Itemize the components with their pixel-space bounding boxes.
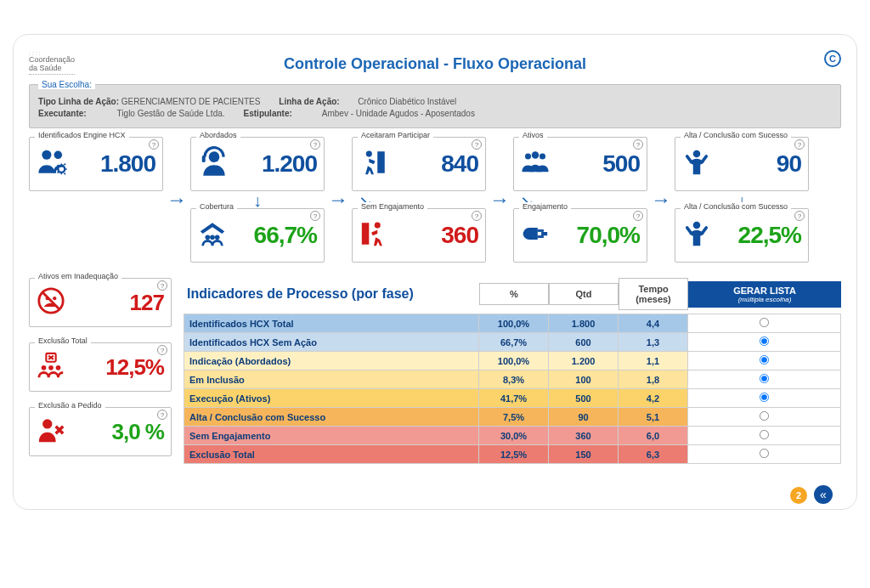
card-exclusao-pedido[interactable]: Exclusão a Pedido ? 3,0 % (29, 407, 172, 456)
page-indicator[interactable]: 2 (790, 487, 807, 504)
svg-point-17 (693, 150, 701, 158)
process-table: Identificados HCX Total 100,0% 1.800 4,4… (184, 314, 841, 464)
linha-label: Linha de Ação: (279, 97, 355, 106)
svg-point-25 (56, 365, 61, 370)
help-icon[interactable]: ? (157, 410, 167, 420)
svg-point-0 (42, 150, 51, 160)
table-row: Exclusão Total 12,5% 150 6,3 (184, 445, 841, 464)
help-icon[interactable]: ? (157, 345, 167, 355)
card-ativos[interactable]: Ativos ? 500 (513, 137, 647, 191)
svg-point-11 (375, 223, 381, 229)
table-row: Alta / Conclusão com Sucesso 7,5% 90 5,1 (184, 408, 841, 427)
arrow-right-icon: → (165, 172, 189, 227)
svg-rect-10 (362, 223, 370, 245)
row-select-radio[interactable] (760, 374, 769, 383)
col-pct: % (479, 283, 549, 305)
svg-point-1 (54, 151, 63, 160)
help-icon[interactable]: ? (149, 139, 159, 150)
plug-icon (521, 219, 550, 252)
ativos-value: 500 (602, 150, 640, 178)
abordados-value: 1.200 (262, 150, 317, 178)
card-abordados[interactable]: Abordados ? 1.200 (190, 137, 325, 191)
headset-icon (198, 146, 230, 182)
brand-logo: :::: Coordenação da Saúde (29, 50, 75, 75)
card-sem-engajamento[interactable]: Sem Engajamento ? 360 (352, 208, 486, 263)
svg-point-7 (215, 235, 220, 240)
row-select-radio[interactable] (760, 430, 769, 439)
filter-panel: Sua Escolha: Tipo Linha de Ação: GERENCI… (29, 80, 841, 128)
gerar-lista-button[interactable]: GERAR LISTA (múltipla escolha) (688, 281, 841, 308)
help-icon[interactable]: ? (472, 211, 482, 221)
card-cobertura[interactable]: Cobertura ? 66,7% (190, 208, 325, 263)
table-row: Em Inclusão 8,3% 100 1,8 (184, 370, 841, 389)
row-select-radio[interactable] (760, 393, 769, 402)
svg-point-20 (46, 297, 49, 300)
help-icon[interactable]: ? (157, 280, 167, 291)
help-icon[interactable]: ? (794, 211, 805, 221)
exclusao-total-value: 12,5% (105, 354, 164, 381)
arrow-right-icon: → (326, 172, 350, 227)
users-gear-icon (37, 146, 69, 182)
help-icon[interactable]: ? (633, 139, 643, 150)
copyright-icon: C (824, 50, 841, 67)
help-icon[interactable]: ? (310, 139, 320, 150)
svg-point-14 (540, 153, 545, 159)
executante-label: Executante: (38, 109, 115, 118)
card-identificados[interactable]: Identificados Engine HCX ? 1.800 (29, 137, 163, 191)
help-icon[interactable]: ? (633, 211, 643, 221)
prev-page-button[interactable]: « (814, 485, 833, 504)
alta-value: 90 (777, 150, 801, 178)
remove-group-icon (37, 351, 65, 383)
row-select-radio[interactable] (760, 411, 769, 421)
group-icon (521, 148, 550, 180)
row-select-radio[interactable] (760, 449, 769, 458)
row-select-radio[interactable] (760, 336, 769, 346)
card-aceitaram[interactable]: Aceitaram Participar ? 840 (352, 137, 486, 191)
svg-point-3 (209, 151, 220, 162)
card-inadequacao[interactable]: Ativos em Inadequação ? 127 (29, 278, 172, 327)
help-icon[interactable]: ? (472, 139, 482, 150)
help-icon[interactable]: ? (310, 211, 320, 221)
svg-point-13 (532, 151, 540, 159)
process-table-wrap: Indicadores de Processo (por fase) % Qtd… (184, 278, 841, 464)
executante-value: Tiglo Gestão de Saúde Ltda. (117, 109, 225, 118)
arrow-right-icon: → (488, 172, 511, 227)
svg-point-2 (58, 166, 65, 172)
cheer-person-icon (682, 219, 711, 252)
svg-point-21 (53, 297, 56, 300)
card-engajamento[interactable]: Engajamento ? 70,0% (513, 208, 647, 263)
help-icon[interactable]: ? (794, 139, 805, 150)
row-select-radio[interactable] (760, 318, 769, 327)
engajamento-value: 70,0% (577, 222, 640, 249)
aceitaram-value: 840 (441, 150, 478, 178)
card-exclusao-total[interactable]: Exclusão Total ? 12,5% (29, 342, 172, 392)
sem-engajamento-value: 360 (441, 222, 478, 249)
svg-rect-16 (538, 235, 544, 238)
col-tempo: Tempo (meses) (619, 278, 688, 310)
tipo-linha-value: GERENCIAMENTO DE PACIENTES (121, 97, 261, 106)
no-group-icon (37, 286, 65, 319)
page-title: Controle Operacional - Fluxo Operacional (29, 55, 841, 73)
table-row: Identificados HCX Sem Ação 66,7% 600 1,3 (184, 333, 841, 352)
svg-point-18 (693, 222, 701, 229)
user-remove-icon (37, 416, 65, 448)
table-row: Sem Engajamento 30,0% 360 6,0 (184, 427, 841, 445)
col-qtd: Qtd (549, 283, 619, 305)
svg-point-12 (525, 153, 531, 159)
exclusao-pedido-value: 3,0 % (112, 419, 165, 445)
exit-door-icon (359, 219, 388, 252)
left-metrics: Ativos em Inadequação ? 127 Exclusão Tot… (29, 278, 172, 456)
alta-pct-value: 22,5% (738, 222, 801, 249)
svg-point-9 (366, 151, 372, 157)
card-alta[interactable]: Alta / Conclusão com Sucesso ? 90 (675, 137, 809, 191)
cobertura-value: 66,7% (254, 222, 317, 249)
app-frame: :::: Coordenação da Saúde C Controle Ope… (13, 34, 857, 510)
tipo-linha-label: Tipo Linha de Ação: (38, 97, 119, 106)
svg-point-24 (48, 365, 54, 370)
table-row: Identificados HCX Total 100,0% 1.800 4,4 (184, 314, 841, 333)
card-alta-pct[interactable]: Alta / Conclusão com Sucesso ? 22,5% (675, 208, 809, 263)
inadequacao-value: 127 (130, 290, 164, 316)
row-select-radio[interactable] (760, 355, 769, 365)
linha-value: Crônico Diabético Instável (358, 97, 456, 106)
svg-rect-4 (202, 155, 206, 162)
